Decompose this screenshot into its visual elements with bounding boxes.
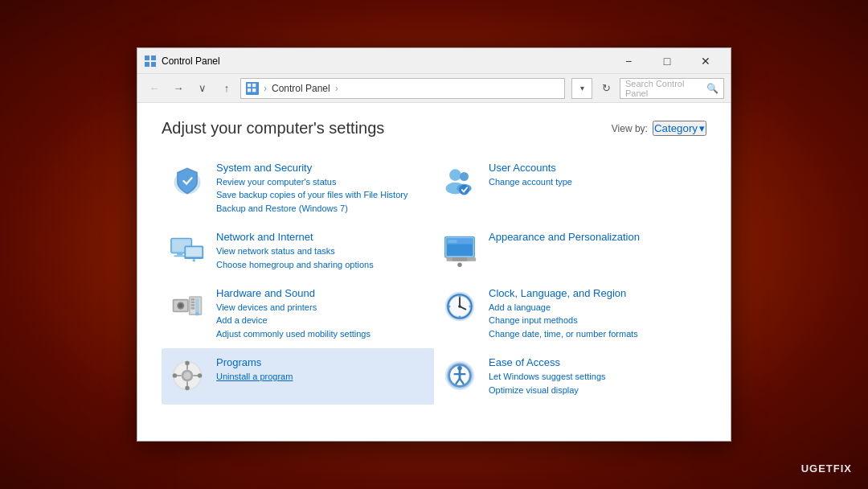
forward-button[interactable]: → <box>168 78 189 99</box>
svg-rect-38 <box>191 304 195 306</box>
address-path: Control Panel <box>272 83 330 94</box>
page-title: Adjust your computer's settings <box>162 119 384 138</box>
system-security-links: Review your computer's status Save backu… <box>216 176 428 215</box>
network-internet-links: View network status and tasks Choose hom… <box>216 245 428 271</box>
network-internet-text: Network and Internet View network status… <box>216 231 428 271</box>
svg-rect-0 <box>145 55 149 60</box>
svg-rect-4 <box>248 83 251 86</box>
svg-point-21 <box>192 259 195 262</box>
svg-rect-6 <box>248 88 251 92</box>
programs-links: Uninstall a program <box>216 371 428 383</box>
view-by-label: View by: <box>612 123 648 134</box>
close-button[interactable]: ✕ <box>687 49 724 73</box>
cat-link[interactable]: Change input methods <box>489 314 700 327</box>
category-programs[interactable]: Programs Uninstall a program <box>162 348 434 405</box>
category-hardware-sound[interactable]: Hardware and Sound View devices and prin… <box>162 279 434 348</box>
svg-rect-17 <box>177 253 182 256</box>
user-accounts-links: Change account type <box>489 176 700 188</box>
user-accounts-title[interactable]: User Accounts <box>489 162 700 174</box>
svg-point-9 <box>449 169 461 181</box>
svg-point-52 <box>469 306 471 308</box>
svg-point-29 <box>457 263 462 268</box>
network-internet-title[interactable]: Network and Internet <box>216 231 428 243</box>
appearance-icon <box>440 231 479 269</box>
svg-point-13 <box>459 185 469 195</box>
cat-link[interactable]: View network status and tasks <box>216 245 428 257</box>
programs-icon <box>168 356 207 395</box>
appearance-title[interactable]: Appearance and Personalization <box>489 231 700 243</box>
system-security-title[interactable]: System and Security <box>216 162 428 174</box>
category-network-internet[interactable]: Network and Internet View network status… <box>162 223 434 279</box>
up-button[interactable]: ↑ <box>216 78 237 99</box>
ease-access-links: Let Windows suggest settings Optimize vi… <box>489 371 700 397</box>
cat-link[interactable]: Let Windows suggest settings <box>489 371 700 383</box>
ease-access-text: Ease of Access Let Windows suggest setti… <box>489 356 700 397</box>
category-user-accounts[interactable]: User Accounts Change account type <box>434 154 706 223</box>
svg-rect-26 <box>448 240 457 243</box>
window-title: Control Panel <box>162 55 610 67</box>
categories-grid: System and Security Review your computer… <box>162 154 706 405</box>
cat-link[interactable]: Add a language <box>489 302 700 314</box>
header-row: Adjust your computer's settings View by:… <box>162 119 706 138</box>
svg-rect-20 <box>186 248 202 257</box>
cat-link[interactable]: Choose homegroup and sharing options <box>216 259 428 271</box>
svg-rect-5 <box>252 83 256 86</box>
clock-language-text: Clock, Language, and Region Add a langua… <box>489 287 700 340</box>
hardware-sound-text: Hardware and Sound View devices and prin… <box>216 287 428 340</box>
clock-language-title[interactable]: Clock, Language, and Region <box>489 287 700 299</box>
user-accounts-text: User Accounts Change account type <box>489 162 700 188</box>
user-accounts-icon <box>440 162 479 200</box>
back-button[interactable]: ← <box>144 78 165 99</box>
cat-link[interactable]: Backup and Restore (Windows 7) <box>216 203 428 215</box>
search-box[interactable]: Search Control Panel 🔍 <box>620 78 724 99</box>
maximize-button[interactable]: □ <box>649 49 686 73</box>
svg-point-48 <box>458 305 461 308</box>
view-by-dropdown[interactable]: Category ▾ <box>653 121 706 136</box>
clock-language-icon <box>440 287 479 326</box>
clock-language-links: Add a language Change input methods Chan… <box>489 302 700 340</box>
category-system-security[interactable]: System and Security Review your computer… <box>162 154 434 223</box>
cat-link[interactable]: Change account type <box>489 176 700 188</box>
hardware-sound-icon <box>168 287 207 326</box>
cat-link[interactable]: Change date, time, or number formats <box>489 328 700 340</box>
svg-rect-39 <box>191 307 195 310</box>
svg-point-41 <box>195 312 199 316</box>
window-icon <box>144 55 157 68</box>
category-clock-language[interactable]: Clock, Language, and Region Add a langua… <box>434 279 706 348</box>
hardware-sound-title[interactable]: Hardware and Sound <box>216 287 428 299</box>
recent-locations-button[interactable]: ∨ <box>192 78 213 99</box>
cat-link[interactable]: Save backup copies of your files with Fi… <box>216 189 428 201</box>
svg-point-11 <box>460 172 469 181</box>
ease-access-title[interactable]: Ease of Access <box>489 356 700 368</box>
svg-rect-40 <box>195 298 199 313</box>
cat-link[interactable]: Uninstall a program <box>216 371 428 383</box>
svg-rect-2 <box>145 62 149 67</box>
cat-link[interactable]: Add a device <box>216 314 428 327</box>
programs-title[interactable]: Programs <box>216 356 428 368</box>
category-appearance[interactable]: Appearance and Personalization <box>434 223 706 279</box>
content-area: Adjust your computer's settings View by:… <box>137 103 731 441</box>
category-ease-access[interactable]: Ease of Access Let Windows suggest setti… <box>434 348 706 405</box>
address-bar[interactable]: › Control Panel › <box>240 78 565 99</box>
nav-right: ▾ ↻ Search Control Panel 🔍 <box>571 78 724 99</box>
svg-rect-18 <box>174 256 186 257</box>
cat-link[interactable]: Optimize visual display <box>489 384 700 397</box>
address-icon <box>246 82 259 95</box>
svg-rect-3 <box>151 62 156 67</box>
refresh-button[interactable]: ↻ <box>596 78 616 99</box>
view-by-value-text: Category <box>654 122 698 134</box>
svg-point-33 <box>178 303 183 308</box>
cat-link[interactable]: Review your computer's status <box>216 176 428 188</box>
address-dropdown-button[interactable]: ▾ <box>571 78 592 99</box>
svg-rect-7 <box>252 88 256 92</box>
cat-link[interactable]: Adjust commonly used mobility settings <box>216 328 428 340</box>
minimize-button[interactable]: − <box>610 49 647 73</box>
svg-rect-36 <box>191 298 195 301</box>
svg-rect-1 <box>151 55 156 60</box>
svg-point-51 <box>448 306 451 308</box>
chevron-down-icon: ▾ <box>699 122 705 134</box>
programs-text: Programs Uninstall a program <box>216 356 428 383</box>
appearance-text: Appearance and Personalization <box>489 231 700 245</box>
svg-rect-37 <box>191 302 195 304</box>
cat-link[interactable]: View devices and printers <box>216 302 428 314</box>
